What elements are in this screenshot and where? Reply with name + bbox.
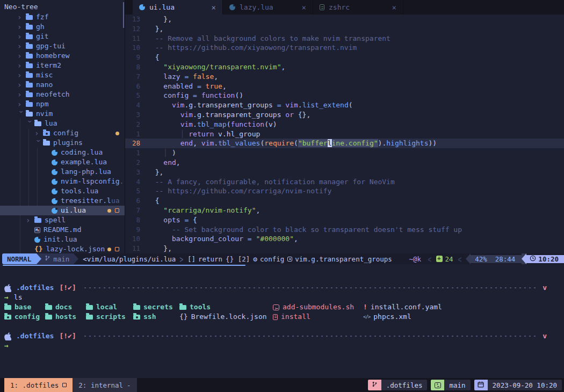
code-line[interactable]: 12 }, <box>125 24 564 34</box>
tree-item-gpg-tui[interactable]: ›gpg-tui <box>0 41 125 51</box>
code-line[interactable]: 6 { <box>125 196 564 206</box>
tree-item-nvim-lspconfig[interactable]: nvim-lspconfig. <box>0 177 125 186</box>
code-line[interactable]: 7 lazy = false, <box>125 72 564 82</box>
chevron-closed-icon[interactable]: › <box>17 61 26 70</box>
folder-open-icon <box>26 112 33 117</box>
folder-ssh-icon <box>133 315 140 320</box>
chevron-closed-icon[interactable]: › <box>17 90 26 99</box>
code-token: vim <box>180 120 193 128</box>
ls-item-install: install <box>273 312 363 322</box>
tree-item-lang-php-lua[interactable]: lang-php.lua <box>0 167 125 177</box>
ls-item-phpcs-xml: </>phpcs.xml <box>363 312 563 322</box>
close-icon[interactable]: × <box>212 3 216 12</box>
tree-item-nano[interactable]: ›nano <box>0 80 125 90</box>
code-line[interactable]: 10 background_colour = "#000000", <box>125 234 564 244</box>
tree-item-ui-lua[interactable]: ui.lua <box>0 206 125 215</box>
code-line[interactable]: 10 -- https://github.com/xiyaowong/trans… <box>125 43 564 53</box>
code-line[interactable]: 3 vim.g.transparent_groups or {}, <box>125 110 564 120</box>
tree-item-readme-md[interactable]: M↓README.md <box>0 225 125 235</box>
code-line[interactable]: 8 opts = { <box>125 215 564 225</box>
tmux-window-2[interactable]: 2: internal- <box>73 378 136 392</box>
tree-item-config[interactable]: ›config <box>0 128 125 138</box>
chevron-closed-icon[interactable]: › <box>17 32 26 41</box>
tree-item-plugins[interactable]: ›plugins <box>0 138 125 148</box>
tree-item-init-lua[interactable]: init.lua <box>0 235 125 244</box>
tmux-window-1[interactable]: 1: .dotfiles <box>4 378 73 392</box>
tree-item-coding-lua[interactable]: coding.lua <box>0 148 125 157</box>
chevron-closed-icon[interactable]: › <box>26 215 34 225</box>
code-line[interactable]: 6 enabled = true, <box>125 82 564 91</box>
shell-command: ls <box>14 293 23 302</box>
chevron-closed-icon[interactable]: › <box>17 70 26 80</box>
sidebar-scrollbar[interactable] <box>123 2 124 28</box>
tree-item-lazy-lock-json[interactable]: {}lazy-lock.json <box>0 244 125 254</box>
code-line[interactable]: 1 │ return v.hl_group <box>125 129 564 139</box>
code-line[interactable]: 11 }, <box>125 244 564 253</box>
tree-item-git[interactable]: ›git <box>0 32 125 41</box>
code-line[interactable]: 9 { <box>125 53 564 62</box>
code-line[interactable]: 9 -- Set background color to black so tr… <box>125 225 564 235</box>
code-line[interactable]: 5 -- https://github.com/rcarriga/nvim-no… <box>125 186 564 196</box>
code-line[interactable]: 2 end, <box>125 158 564 168</box>
code-line[interactable]: 28 end, vim.tbl_values(require("bufferli… <box>125 139 564 148</box>
code-line[interactable]: 11 -- Remove all background colors to ma… <box>125 34 564 43</box>
close-icon[interactable]: × <box>302 3 306 12</box>
tree-item-lua[interactable]: ›lua <box>0 119 125 128</box>
code-line[interactable]: 3 }, <box>125 168 564 177</box>
code-line[interactable]: 5 config = function() <box>125 91 564 100</box>
tree-item-npm[interactable]: ›npm <box>0 99 125 109</box>
tree-item-misc[interactable]: ›misc <box>0 70 125 80</box>
chevron-closed-icon[interactable]: › <box>34 128 43 138</box>
chevron-closed-icon[interactable]: › <box>17 22 26 32</box>
chevron-open-icon[interactable]: › <box>17 110 26 118</box>
text-cursor: l <box>328 139 332 147</box>
tree-item-label: lazy-lock.json <box>46 244 105 254</box>
tab-zshrc[interactable]: zshrc× <box>313 0 403 14</box>
chevron-closed-icon[interactable]: › <box>17 80 26 90</box>
chevron-closed-icon[interactable]: › <box>17 99 26 109</box>
tree-item-iterm2[interactable]: ›iterm2 <box>0 61 125 70</box>
chevron-closed-icon[interactable]: › <box>17 12 26 22</box>
ls-item-label: install.conf.yaml <box>371 302 442 312</box>
tree-item-nvim[interactable]: ›nvim <box>0 109 125 119</box>
code-line[interactable]: 4 -- A fancy, configurable, notification… <box>125 177 564 187</box>
code-text: -- https://github.com/xiyaowong/transpar… <box>147 43 357 53</box>
chevron-closed-icon[interactable]: › <box>17 51 26 61</box>
chevron-closed-icon[interactable]: › <box>17 41 26 51</box>
tree-item-example-lua[interactable]: example.lua <box>0 157 125 167</box>
tab-ui-lua[interactable]: ui.lua× <box>133 0 223 14</box>
terminal-input[interactable]: → <box>0 341 564 351</box>
code-line[interactable]: 13 }, <box>125 14 564 24</box>
tree-item-neofetch[interactable]: ›neofetch <box>0 90 125 99</box>
tree-item-label: spell <box>45 215 66 225</box>
line-number: 5 <box>125 186 147 196</box>
code-line[interactable]: 8 "xiyaowong/transparent.nvim", <box>125 62 564 72</box>
tree-item-fzf[interactable]: ›fzf <box>0 12 125 22</box>
chevron-open-icon[interactable]: › <box>25 119 35 128</box>
tree-item-homebrew[interactable]: ›homebrew <box>0 51 125 61</box>
markdown-icon: M↓ <box>34 227 40 233</box>
tree-item-label: misc <box>36 70 53 80</box>
shell-prompt-line: .dotfiles [!✔] v <box>0 283 564 293</box>
code-token <box>147 63 163 71</box>
tree-item-gh[interactable]: ›gh <box>0 22 125 32</box>
line-number: 4 <box>125 100 147 110</box>
code-editor[interactable]: 13 },12 },11 -- Remove all background co… <box>125 14 564 253</box>
modified-dot-badge <box>115 132 119 135</box>
tree-item-label: homebrew <box>36 51 70 61</box>
shell-command-line: → ls <box>0 293 564 302</box>
code-token: v.hl_group <box>214 130 260 138</box>
code-line[interactable]: 2 vim.tbl_map(function(v) <box>125 120 564 129</box>
code-token: function <box>231 120 265 128</box>
tab-lazy-lua[interactable]: lazy.lua× <box>223 0 313 14</box>
code-line[interactable]: 1 │ ) <box>125 148 564 158</box>
tree-item-tools-lua[interactable]: tools.lua <box>0 186 125 196</box>
chevron-open-icon[interactable]: › <box>34 139 44 147</box>
breadcrumb-label: {} [2] <box>226 255 250 263</box>
code-line[interactable]: 7 "rcarriga/nvim-notify", <box>125 206 564 215</box>
code-line[interactable]: 4 vim.g.transparent_groups = vim.list_ex… <box>125 100 564 110</box>
close-icon[interactable]: × <box>392 3 396 12</box>
tree-item-treesitter-l[interactable]: treesitter.lua <box>0 196 125 206</box>
ls-item-label: add-submodules.sh <box>283 302 354 312</box>
tree-item-spell[interactable]: ›spell <box>0 215 125 225</box>
